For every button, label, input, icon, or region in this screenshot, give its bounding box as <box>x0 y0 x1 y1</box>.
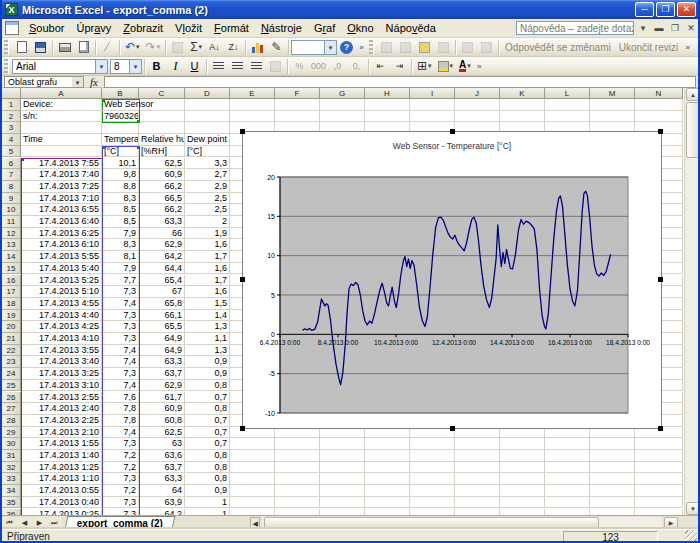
row-header-31[interactable]: 31 <box>2 450 21 462</box>
font-dropdown-icon[interactable]: ▾ <box>95 60 107 73</box>
menu-soubor[interactable]: Soubor <box>23 20 70 36</box>
cell-C5[interactable]: [%RH] <box>139 146 185 158</box>
cell-F2[interactable] <box>275 111 320 123</box>
question-dropdown-icon[interactable]: ▾ <box>636 22 650 35</box>
increase-indent-button[interactable]: ⇥ <box>390 58 409 75</box>
row-header-14[interactable]: 14 <box>2 251 21 263</box>
cell-D24[interactable]: 0,9 <box>185 368 230 380</box>
cell-M2[interactable] <box>590 111 635 123</box>
cell-D19[interactable]: 1,4 <box>185 310 230 322</box>
print-preview-button[interactable] <box>74 39 93 56</box>
cell-D33[interactable]: 0,8 <box>185 473 230 485</box>
bold-button[interactable]: B <box>147 58 166 75</box>
cell-N35[interactable] <box>635 497 683 509</box>
row-header-19[interactable]: 19 <box>2 310 21 322</box>
cell-A13[interactable]: 17.4.2013 6:10 <box>21 239 102 251</box>
cell-L30[interactable] <box>545 438 590 450</box>
fill-color-button[interactable]: ▾ <box>435 58 457 75</box>
cell-K1[interactable] <box>500 99 545 111</box>
cell-B20[interactable]: 7,3 <box>102 321 139 333</box>
cell-B24[interactable]: 7,3 <box>102 368 139 380</box>
cell-G2[interactable] <box>320 111 365 123</box>
menu-formt[interactable]: Formát <box>208 20 255 36</box>
row-header-10[interactable]: 10 <box>2 204 21 216</box>
cell-B32[interactable]: 7,2 <box>102 462 139 474</box>
row-header-32[interactable]: 32 <box>2 462 21 474</box>
cell-B14[interactable]: 8,1 <box>102 251 139 263</box>
cell-H31[interactable] <box>365 450 410 462</box>
cell-J33[interactable] <box>455 473 500 485</box>
cell-D27[interactable]: 0,8 <box>185 403 230 415</box>
cell-A20[interactable]: 17.4.2013 4:25 <box>21 321 102 333</box>
cell-J2[interactable] <box>455 111 500 123</box>
cell-D35[interactable]: 1 <box>185 497 230 509</box>
cell-C10[interactable]: 66,2 <box>139 204 185 216</box>
row-header-28[interactable]: 28 <box>2 415 21 427</box>
cell-D31[interactable]: 0,8 <box>185 450 230 462</box>
cell-D22[interactable]: 1,3 <box>185 345 230 357</box>
resize-grip[interactable] <box>685 530 697 542</box>
cell-C11[interactable]: 63,3 <box>139 216 185 228</box>
cell-D34[interactable]: 0,9 <box>185 485 230 497</box>
row-header-8[interactable]: 8 <box>2 181 21 193</box>
vertical-scroll-thumb[interactable] <box>686 102 700 158</box>
workbook-icon[interactable] <box>5 21 19 35</box>
cell-B10[interactable]: 8,5 <box>102 204 139 216</box>
close-button[interactable]: ✕ <box>677 2 696 17</box>
align-right-button[interactable] <box>247 58 266 75</box>
vertical-scrollbar[interactable]: ▲ ▼ <box>684 88 700 515</box>
cell-A23[interactable]: 17.4.2013 3:40 <box>21 356 102 368</box>
menu-graf[interactable]: Graf <box>308 20 341 36</box>
cell-K34[interactable] <box>500 485 545 497</box>
cell-B33[interactable]: 7,3 <box>102 473 139 485</box>
cell-C25[interactable]: 62,9 <box>139 380 185 392</box>
insert-hyperlink-button[interactable] <box>168 39 187 56</box>
cell-K33[interactable] <box>500 473 545 485</box>
cell-A15[interactable]: 17.4.2013 5:40 <box>21 263 102 275</box>
align-center-button[interactable] <box>228 58 247 75</box>
cell-B17[interactable]: 7,3 <box>102 286 139 298</box>
row-header-34[interactable]: 34 <box>2 485 21 497</box>
cell-I32[interactable] <box>410 462 455 474</box>
toolbar-options-chevron2[interactable]: » <box>682 39 693 56</box>
cell-C16[interactable]: 65,4 <box>139 275 185 287</box>
cell-B25[interactable]: 7,4 <box>102 380 139 392</box>
highlight-changes-button[interactable] <box>415 39 434 56</box>
cell-A6[interactable]: 17.4.2013 7:55 <box>21 158 102 170</box>
cell-E34[interactable] <box>230 485 275 497</box>
chart-wizard-button[interactable] <box>248 39 267 56</box>
cell-D3[interactable] <box>185 122 230 134</box>
cell-I33[interactable] <box>410 473 455 485</box>
cell-A34[interactable]: 17.4.2013 0:55 <box>21 485 102 497</box>
review-icon-2[interactable] <box>396 39 415 56</box>
cell-E33[interactable] <box>230 473 275 485</box>
cell-C9[interactable]: 66,5 <box>139 193 185 205</box>
cell-M31[interactable] <box>590 450 635 462</box>
decrease-decimal-button[interactable]: 0, <box>347 58 366 75</box>
cell-A5[interactable] <box>21 146 102 158</box>
cell-E32[interactable] <box>230 462 275 474</box>
cell-L2[interactable] <box>545 111 590 123</box>
cell-B28[interactable]: 7,8 <box>102 415 139 427</box>
cell-F33[interactable] <box>275 473 320 485</box>
cell-A11[interactable]: 17.4.2013 6:40 <box>21 216 102 228</box>
cell-M35[interactable] <box>590 497 635 509</box>
row-header-9[interactable]: 9 <box>2 193 21 205</box>
cell-J32[interactable] <box>455 462 500 474</box>
cell-C21[interactable]: 64,9 <box>139 333 185 345</box>
cell-A26[interactable]: 17.4.2013 2:55 <box>21 392 102 404</box>
cell-A31[interactable]: 17.4.2013 1:40 <box>21 450 102 462</box>
cell-C14[interactable]: 64,2 <box>139 251 185 263</box>
chart-handle-bl[interactable] <box>240 426 245 431</box>
row-header-2[interactable]: 2 <box>2 111 21 123</box>
row-header-26[interactable]: 26 <box>2 392 21 404</box>
embedded-chart[interactable]: Web Sensor - Temperature [°C]-10-5051015… <box>242 131 662 429</box>
cell-E31[interactable] <box>230 450 275 462</box>
horizontal-scrollbar[interactable] <box>262 517 662 529</box>
cell-G32[interactable] <box>320 462 365 474</box>
menu-npovda[interactable]: Nápověda <box>380 20 442 36</box>
cell-D5[interactable]: [°C] <box>185 146 230 158</box>
cell-C32[interactable]: 63,7 <box>139 462 185 474</box>
undo-button[interactable]: ↶▾ <box>122 39 143 56</box>
cell-D7[interactable]: 2,7 <box>185 169 230 181</box>
